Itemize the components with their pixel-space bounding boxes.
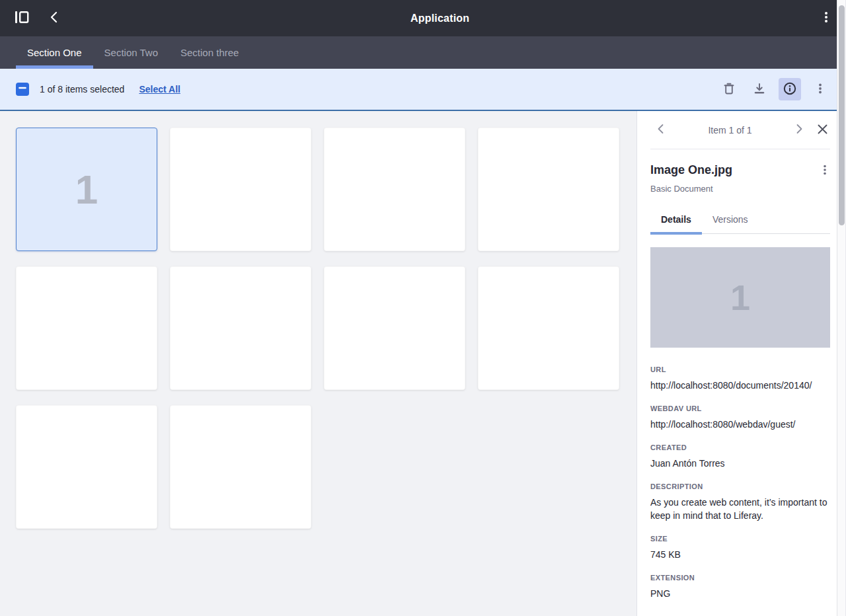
top-navbar: Application — [0, 0, 846, 36]
card[interactable] — [478, 128, 619, 251]
previous-item-button[interactable] — [654, 122, 668, 137]
kebab-icon — [821, 11, 831, 26]
navbar-left-actions — [15, 10, 61, 26]
document-title-row: Image One.jpg — [650, 163, 830, 178]
toolbar-kebab-button[interactable] — [809, 78, 831, 100]
card[interactable] — [324, 266, 465, 390]
section-tabbar: Section One Section Two Section three — [0, 36, 846, 69]
document-title: Image One.jpg — [650, 163, 820, 177]
delete-button[interactable] — [718, 78, 740, 100]
kebab-icon — [815, 82, 826, 97]
field-value: As you create web content, it’s importan… — [650, 496, 830, 522]
tab-section-three[interactable]: Section three — [169, 36, 250, 69]
trash-icon — [722, 82, 736, 97]
main-content: 1 — [0, 111, 636, 616]
card-selected[interactable]: 1 — [16, 128, 157, 251]
document-kebab-button[interactable] — [820, 163, 830, 178]
select-all-link[interactable]: Select All — [139, 84, 180, 95]
info-sidebar: Item 1 of 1 Image One.jpg — [636, 111, 846, 616]
field-label: WEBDAV URL — [650, 404, 830, 412]
chevron-left-icon — [654, 122, 668, 137]
next-item-button[interactable] — [792, 122, 806, 137]
card[interactable] — [170, 266, 311, 390]
tab-label: Versions — [712, 214, 748, 225]
download-button[interactable] — [748, 78, 771, 100]
vertical-scrollbar[interactable] — [837, 0, 846, 616]
field-value: http://localhost:8080/documents/20140/ — [650, 379, 830, 392]
field-label: CREATED — [650, 443, 830, 451]
info-icon — [783, 81, 797, 98]
kebab-icon — [820, 163, 830, 178]
card[interactable] — [170, 405, 311, 529]
back-button[interactable] — [48, 11, 61, 26]
sidebar-toggle-icon — [15, 10, 29, 26]
card[interactable] — [170, 128, 311, 251]
navbar-right-actions — [821, 11, 831, 26]
field-size: SIZE745 KB — [650, 535, 830, 561]
toolbar-actions — [718, 78, 831, 100]
tab-versions[interactable]: Versions — [702, 214, 759, 233]
field-value: PNG — [650, 587, 830, 600]
sidebar-toggle-button[interactable] — [15, 10, 29, 26]
sidebar-tabs: Details Versions — [650, 214, 830, 234]
card[interactable] — [16, 405, 157, 529]
page-title: Application — [410, 13, 469, 24]
tab-label: Section One — [27, 47, 82, 58]
chevron-right-icon — [792, 122, 806, 137]
card[interactable] — [324, 128, 465, 251]
field-label: DESCRIPTION — [650, 482, 830, 490]
field-label: EXTENSION — [650, 574, 830, 582]
field-value: Juan Antón Torres — [650, 457, 830, 470]
field-value: 745 KB — [650, 548, 830, 561]
field-extension: EXTENSIONPNG — [650, 574, 830, 600]
tab-section-one[interactable]: Section One — [16, 36, 93, 69]
tab-section-two[interactable]: Section Two — [93, 36, 169, 69]
card-grid: 1 — [0, 111, 636, 545]
info-panel-button[interactable] — [779, 78, 801, 100]
tab-label: Section Two — [104, 47, 158, 58]
preview-number: 1 — [730, 277, 750, 318]
indeterminate-minus-icon — [16, 81, 29, 97]
selection-count-text: 1 of 8 items selected — [40, 84, 124, 95]
field-label: SIZE — [650, 535, 830, 543]
navbar-kebab-button[interactable] — [821, 11, 831, 26]
close-icon — [816, 123, 829, 137]
card[interactable] — [478, 266, 619, 390]
field-url: URLhttp://localhost:8080/documents/20140… — [650, 366, 830, 392]
select-all-checkbox[interactable] — [16, 83, 29, 96]
field-list: URLhttp://localhost:8080/documents/20140… — [650, 366, 830, 600]
download-icon — [753, 82, 766, 97]
management-toolbar: 1 of 8 items selected Select All — [0, 69, 846, 111]
item-counter: Item 1 of 1 — [668, 125, 792, 135]
field-webdav-url: WEBDAV URLhttp://localhost:8080/webdav/g… — [650, 404, 830, 431]
back-icon — [48, 11, 61, 26]
tab-label: Section three — [180, 47, 239, 58]
field-value: http://localhost:8080/webdav/guest/ — [650, 418, 830, 431]
scrollbar-thumb[interactable] — [839, 5, 845, 225]
tab-label: Details — [661, 214, 691, 225]
document-preview: 1 — [650, 247, 830, 348]
sidebar-item-nav: Item 1 of 1 — [650, 111, 830, 149]
tab-details[interactable]: Details — [650, 214, 702, 233]
card[interactable] — [16, 266, 157, 390]
field-description: DESCRIPTIONAs you create web content, it… — [650, 482, 830, 522]
field-label: URL — [650, 366, 830, 373]
card-number: 1 — [75, 166, 98, 213]
document-type-label: Basic Document — [650, 184, 830, 194]
field-created: CREATEDJuan Antón Torres — [650, 443, 830, 470]
close-sidebar-button[interactable] — [816, 123, 829, 137]
